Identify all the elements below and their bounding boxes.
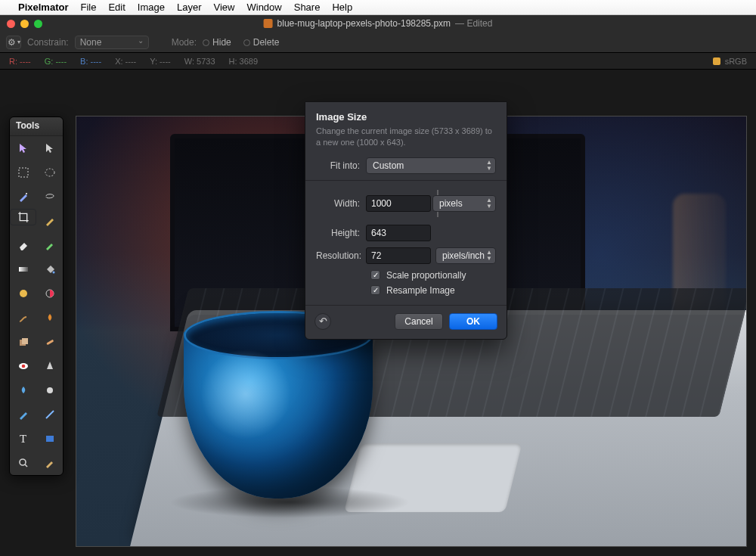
close-window-button[interactable] bbox=[7, 20, 15, 28]
menu-share[interactable]: Share bbox=[294, 2, 321, 13]
document-title: blue-mug-laptop-pexels-photo-198285.pxm bbox=[277, 18, 451, 29]
menu-view[interactable]: View bbox=[214, 2, 235, 13]
svg-rect-9 bbox=[46, 340, 54, 346]
height-input[interactable] bbox=[366, 225, 431, 241]
wh-unit-value: pixels bbox=[439, 198, 463, 209]
mac-menubar: Pixelmator File Edit Image Layer View Wi… bbox=[0, 0, 756, 15]
menu-image[interactable]: Image bbox=[138, 2, 165, 13]
dialog-title: Image Size bbox=[316, 111, 496, 123]
minimize-window-button[interactable] bbox=[20, 20, 29, 28]
shape-tool[interactable] bbox=[36, 427, 63, 451]
tools-panel[interactable]: Tools T bbox=[9, 116, 64, 476]
smudge-tool[interactable] bbox=[10, 306, 36, 330]
svg-point-2 bbox=[26, 193, 27, 194]
svg-rect-0 bbox=[19, 168, 28, 177]
eyedropper-tool[interactable] bbox=[36, 451, 63, 475]
stepper-icon: ▲▼ bbox=[486, 250, 492, 262]
slice-tool[interactable] bbox=[36, 209, 63, 233]
magic-wand-tool[interactable] bbox=[10, 185, 36, 209]
menu-layer[interactable]: Layer bbox=[177, 2, 202, 13]
window-titlebar: blue-mug-laptop-pexels-photo-198285.pxm … bbox=[0, 15, 756, 32]
zoom-tool[interactable] bbox=[10, 451, 36, 475]
lasso-tool[interactable] bbox=[36, 185, 63, 209]
resolution-label: Resolution: bbox=[316, 250, 366, 261]
info-w: W: 5733 bbox=[184, 57, 215, 66]
tools-panel-title: Tools bbox=[10, 117, 63, 136]
text-tool[interactable]: T bbox=[10, 427, 36, 451]
constrain-value: None bbox=[80, 37, 102, 48]
scale-proportionally-label: Scale proportionally bbox=[386, 270, 466, 281]
constrain-select[interactable]: None bbox=[75, 36, 149, 49]
image-size-dialog: Image Size Change the current image size… bbox=[305, 101, 507, 340]
red-eye-tool[interactable] bbox=[10, 354, 36, 378]
blur-tool[interactable] bbox=[10, 378, 36, 402]
menu-window[interactable]: Window bbox=[246, 2, 281, 13]
info-bar: R: ---- G: ---- B: ---- X: ---- Y: ---- … bbox=[0, 53, 756, 70]
stepper-icon: ▲▼ bbox=[486, 197, 492, 210]
svg-rect-8 bbox=[22, 338, 28, 344]
resolution-unit-select[interactable]: pixels/inch ▲▼ bbox=[435, 247, 496, 264]
traffic-lights bbox=[7, 20, 42, 28]
resample-image-row: ✓ Resample Image bbox=[370, 285, 496, 296]
info-y: Y: ---- bbox=[150, 57, 171, 66]
pointer-tool[interactable] bbox=[36, 136, 63, 160]
resolution-input[interactable] bbox=[366, 247, 431, 264]
zoom-window-button[interactable] bbox=[34, 20, 42, 28]
clone-tool[interactable] bbox=[10, 330, 36, 354]
width-input[interactable] bbox=[366, 195, 431, 212]
line-tool[interactable] bbox=[36, 402, 63, 427]
pen-tool[interactable] bbox=[10, 402, 36, 427]
heal-tool[interactable] bbox=[36, 330, 63, 354]
menu-file[interactable]: File bbox=[80, 2, 96, 13]
gear-dropdown-button[interactable]: ⚙︎▾ bbox=[6, 36, 21, 49]
height-label: Height: bbox=[316, 228, 366, 238]
app-name[interactable]: Pixelmator bbox=[18, 2, 68, 13]
bucket-tool[interactable] bbox=[36, 257, 63, 281]
paintbrush-tool[interactable] bbox=[36, 233, 63, 257]
svg-rect-13 bbox=[46, 436, 54, 442]
wh-unit-select[interactable]: pixels ▲▼ bbox=[432, 195, 496, 212]
resample-image-checkbox[interactable]: ✓ bbox=[370, 285, 380, 295]
gradient-tool[interactable] bbox=[10, 257, 36, 281]
sharpen-tool[interactable] bbox=[36, 354, 63, 378]
ok-button[interactable]: OK bbox=[449, 313, 497, 330]
workspace: Tools T bbox=[0, 70, 756, 556]
scale-proportionally-checkbox[interactable]: ✓ bbox=[370, 270, 380, 280]
revert-button[interactable]: ↶ bbox=[314, 313, 331, 330]
color-select-tool[interactable] bbox=[36, 281, 63, 306]
svg-point-11 bbox=[21, 365, 25, 368]
document-proxy-icon[interactable] bbox=[264, 19, 273, 28]
constrain-label: Constrain: bbox=[27, 37, 69, 48]
move-tool[interactable] bbox=[10, 136, 36, 160]
mode-delete-label: Delete bbox=[253, 37, 280, 48]
crop-tool[interactable] bbox=[10, 209, 36, 225]
color-profile-swatch-icon bbox=[713, 57, 720, 65]
info-h: H: 3689 bbox=[229, 57, 259, 66]
mode-label: Mode: bbox=[172, 37, 197, 48]
menu-help[interactable]: Help bbox=[332, 2, 352, 13]
warp-tool[interactable] bbox=[10, 281, 36, 306]
burn-tool[interactable] bbox=[36, 306, 63, 330]
info-g: G: ---- bbox=[45, 57, 67, 66]
cancel-button-label: Cancel bbox=[404, 316, 432, 327]
document-edited-flag: — Edited bbox=[455, 18, 492, 29]
dodge-tool[interactable] bbox=[36, 378, 63, 402]
color-profile-indicator[interactable]: sRGB bbox=[713, 57, 747, 66]
rect-select-tool[interactable] bbox=[10, 160, 36, 185]
cancel-button[interactable]: Cancel bbox=[395, 313, 443, 330]
fit-into-select[interactable]: Custom ▲▼ bbox=[366, 157, 496, 174]
mode-hide-radio[interactable]: Hide bbox=[203, 37, 231, 48]
options-toolbar: ⚙︎▾ Constrain: None Mode: Hide Delete bbox=[0, 32, 756, 53]
svg-rect-3 bbox=[19, 267, 28, 272]
ellipse-select-tool[interactable] bbox=[36, 160, 63, 185]
svg-point-5 bbox=[20, 290, 27, 297]
svg-point-12 bbox=[47, 387, 53, 393]
eraser-tool[interactable] bbox=[10, 233, 36, 257]
mode-delete-radio[interactable]: Delete bbox=[243, 37, 280, 48]
info-r: R: ---- bbox=[9, 57, 31, 66]
color-profile-label: sRGB bbox=[725, 57, 747, 66]
mode-hide-label: Hide bbox=[212, 37, 231, 48]
menu-edit[interactable]: Edit bbox=[108, 2, 125, 13]
stepper-icon: ▲▼ bbox=[486, 160, 492, 172]
fit-into-value: Custom bbox=[373, 160, 404, 171]
